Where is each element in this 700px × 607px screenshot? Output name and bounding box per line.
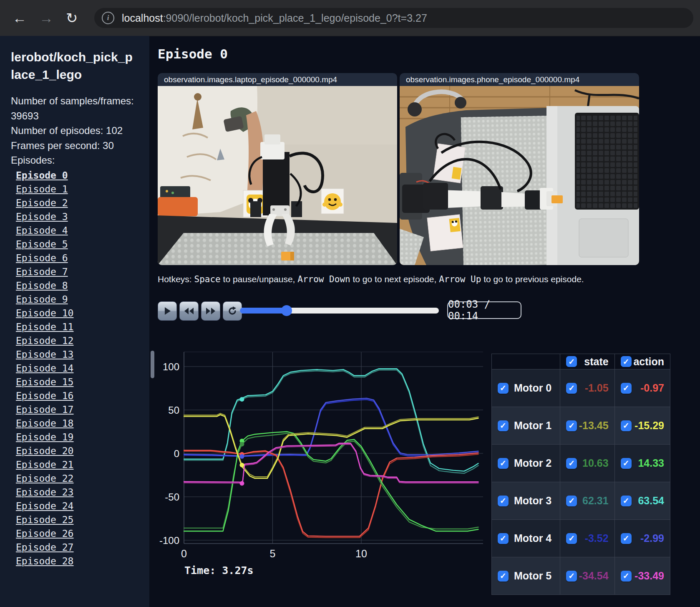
loop-icon: [227, 306, 237, 316]
back-icon[interactable]: ←: [13, 11, 27, 25]
rewind-icon: [184, 307, 194, 315]
video-player-phone[interactable]: observation.images.phone_episode_000000.…: [400, 73, 639, 265]
rewind-button[interactable]: [179, 301, 199, 321]
page-title: Episode 0: [158, 46, 228, 61]
episode-link[interactable]: Episode 27: [16, 541, 149, 554]
y-tick-label: -100: [159, 535, 179, 546]
url-bar[interactable]: i localhost:9090/lerobot/koch_pick_place…: [94, 8, 693, 28]
action-checkbox[interactable]: ✓: [621, 533, 632, 544]
loop-button[interactable]: [223, 301, 242, 321]
video-frame-phone: [400, 86, 639, 265]
episode-link[interactable]: Episode 0: [16, 169, 149, 182]
table-row: ✓Motor 4✓-3.52✓-2.99: [492, 520, 670, 557]
episode-link[interactable]: Episode 26: [16, 527, 149, 541]
episode-link[interactable]: Episode 19: [16, 430, 149, 444]
action-value: -33.49: [632, 570, 664, 582]
episode-link[interactable]: Episode 9: [16, 293, 149, 306]
state-checkbox[interactable]: ✓: [566, 571, 577, 582]
current-time-marker: [239, 397, 244, 402]
episode-link[interactable]: Episode 20: [16, 444, 149, 458]
motor-checkbox[interactable]: ✓: [498, 571, 509, 582]
motor-label: Motor 3: [514, 495, 551, 507]
seek-slider-thumb[interactable]: [281, 305, 292, 316]
action-checkbox[interactable]: ✓: [621, 383, 632, 394]
current-time-label: Time: 3.27s: [184, 564, 254, 577]
action-value: -15.29: [632, 420, 664, 432]
episode-link[interactable]: Episode 22: [16, 472, 149, 486]
seek-slider[interactable]: [240, 308, 439, 314]
state-column-checkbox[interactable]: ✓: [566, 356, 577, 367]
episode-link[interactable]: Episode 1: [16, 182, 149, 196]
episode-link[interactable]: Episode 7: [16, 265, 149, 279]
state-checkbox[interactable]: ✓: [566, 383, 577, 394]
play-button[interactable]: [158, 301, 177, 321]
motor-checkbox[interactable]: ✓: [498, 496, 509, 506]
chart-line: [184, 451, 478, 538]
episode-link[interactable]: Episode 23: [16, 486, 149, 499]
chart-line: [184, 398, 478, 456]
browser-toolbar: ← → ↻ i localhost:9090/lerobot/koch_pick…: [0, 0, 700, 36]
episode-link[interactable]: Episode 2: [16, 196, 149, 210]
video-player-laptop[interactable]: observation.images.laptop_episode_000000…: [158, 73, 397, 265]
episode-link[interactable]: Episode 10: [16, 306, 149, 320]
episode-link[interactable]: Episode 17: [16, 403, 149, 417]
episode-link[interactable]: Episode 3: [16, 210, 149, 224]
episode-link[interactable]: Episode 18: [16, 417, 149, 430]
episode-link[interactable]: Episode 25: [16, 513, 149, 527]
motor-label: Motor 1: [514, 420, 551, 432]
state-checkbox[interactable]: ✓: [566, 420, 577, 431]
state-checkbox[interactable]: ✓: [566, 533, 577, 544]
action-checkbox[interactable]: ✓: [621, 496, 632, 506]
reload-icon[interactable]: ↻: [66, 11, 78, 25]
action-checkbox[interactable]: ✓: [621, 420, 632, 431]
x-tick-label: 0: [181, 548, 187, 559]
motor-checkbox[interactable]: ✓: [498, 458, 509, 469]
action-header-cell: ✓action: [614, 354, 670, 369]
episodes-heading: Episodes:: [11, 153, 136, 168]
action-value: 14.33: [632, 457, 664, 469]
sidebar: lerobot/koch_pick_place_1_lego Number of…: [0, 36, 149, 607]
episode-link[interactable]: Episode 21: [16, 458, 149, 472]
action-checkbox[interactable]: ✓: [621, 458, 632, 469]
play-icon: [163, 306, 172, 316]
current-time-marker: [239, 481, 244, 486]
episode-link[interactable]: Episode 6: [16, 251, 149, 265]
episode-link[interactable]: Episode 14: [16, 362, 149, 375]
seek-slider-fill: [240, 308, 287, 314]
episode-link[interactable]: Episode 24: [16, 499, 149, 513]
episode-link[interactable]: Episode 8: [16, 279, 149, 293]
episode-link[interactable]: Episode 16: [16, 389, 149, 403]
x-tick-label: 5: [270, 548, 276, 559]
episode-link[interactable]: Episode 4: [16, 224, 149, 238]
episode-link[interactable]: Episode 15: [16, 375, 149, 389]
forward-icon[interactable]: →: [39, 11, 53, 25]
chart-line: [184, 400, 478, 456]
motor-checkbox[interactable]: ✓: [498, 420, 509, 431]
empty-header-cell: [492, 354, 560, 369]
table-row: ✓Motor 0✓-1.05✓-0.97: [492, 369, 670, 407]
url-text: localhost:9090/lerobot/koch_pick_place_1…: [122, 12, 427, 24]
fast-forward-button[interactable]: [201, 301, 220, 321]
main-content: Episode 0 observation.images.laptop_epis…: [149, 36, 700, 607]
episode-link[interactable]: Episode 28: [16, 554, 149, 568]
state-checkbox[interactable]: ✓: [566, 496, 577, 506]
current-time-marker: [239, 442, 244, 446]
episode-link[interactable]: Episode 12: [16, 334, 149, 348]
stat-episodes: Number of episodes: 102: [11, 123, 136, 138]
motor-label: Motor 0: [514, 382, 551, 394]
motor-chart[interactable]: 100500-50-1000510: [149, 330, 483, 564]
table-row: ✓Motor 3✓62.31✓63.54: [492, 482, 670, 520]
state-checkbox[interactable]: ✓: [566, 458, 577, 469]
page-info-icon[interactable]: i: [102, 12, 114, 24]
episode-link[interactable]: Episode 5: [16, 238, 149, 251]
chart-line: [184, 433, 478, 529]
y-tick-label: 50: [168, 405, 179, 416]
episode-link[interactable]: Episode 13: [16, 348, 149, 362]
motor-checkbox[interactable]: ✓: [498, 383, 509, 394]
chart-line: [184, 450, 478, 536]
action-column-checkbox[interactable]: ✓: [621, 356, 632, 367]
episode-link[interactable]: Episode 11: [16, 320, 149, 334]
motor-checkbox[interactable]: ✓: [498, 533, 509, 544]
action-checkbox[interactable]: ✓: [621, 571, 632, 582]
y-tick-label: 0: [174, 448, 179, 459]
